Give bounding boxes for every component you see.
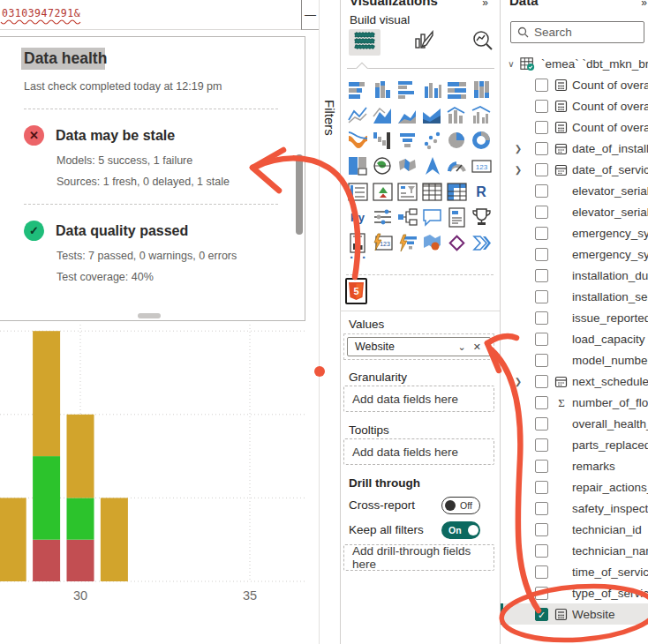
field-row[interactable]: installation_serv... (501, 286, 648, 307)
stacked-area-chart-icon[interactable] (395, 102, 419, 128)
field-checkbox[interactable] (535, 481, 548, 494)
field-row[interactable]: ❯date_of_installa... (501, 138, 648, 159)
search-box[interactable] (510, 21, 644, 43)
drill-through-dropzone[interactable]: Add drill-through fields here (343, 544, 494, 571)
card-vertical-scrollbar[interactable] (296, 154, 303, 235)
power-automate-icon[interactable] (469, 230, 494, 256)
keep-all-filters-toggle[interactable]: On (441, 521, 480, 539)
line-chart-icon[interactable] (345, 102, 370, 128)
key-influencers-icon[interactable] (370, 205, 395, 230)
field-row[interactable]: ❯next_scheduled... (501, 371, 648, 392)
field-checkbox[interactable] (535, 227, 548, 240)
field-row[interactable]: remarks (501, 455, 648, 476)
values-field-pill[interactable]: Website ⌄ ✕ (347, 337, 491, 356)
field-checkbox[interactable] (535, 184, 548, 198)
field-row[interactable]: model_number (501, 349, 648, 371)
chevron-right-icon[interactable]: ❯ (513, 144, 524, 154)
build-visual-tab[interactable] (349, 29, 381, 56)
field-row[interactable]: technician_id (501, 519, 648, 540)
field-checkbox[interactable] (535, 290, 548, 303)
field-checkbox[interactable] (535, 121, 548, 134)
more-visuals-button[interactable]: ··· (350, 250, 368, 265)
filled-map-icon[interactable] (395, 154, 419, 179)
field-checkbox[interactable] (535, 396, 548, 409)
data-table-row[interactable]: ∨`emea` `dbt_mkn_bron... (501, 53, 648, 74)
chevron-right-icon[interactable]: ❯ (513, 377, 524, 386)
values-well[interactable]: Website ⌄ ✕ (343, 333, 494, 360)
field-row[interactable]: overall_health_c... (501, 413, 648, 434)
kpi-icon[interactable] (370, 179, 395, 205)
multi-row-card-icon[interactable] (345, 179, 370, 205)
field-row[interactable]: Σnumber_of_floo... (501, 392, 648, 413)
python-visual-icon[interactable]: Py (345, 205, 370, 230)
metrics-icon[interactable] (469, 205, 494, 230)
arcgis-map-icon[interactable] (419, 230, 444, 256)
granularity-dropzone[interactable]: Add data fields here (343, 386, 494, 412)
pie-chart-icon[interactable] (444, 128, 469, 154)
treemap-icon[interactable] (345, 154, 370, 179)
field-row[interactable]: Count of overal... (501, 116, 648, 138)
field-row[interactable]: Count of overal... (501, 74, 648, 95)
100-stacked-column-chart-icon[interactable] (469, 77, 494, 102)
clustered-column-chart-icon[interactable] (419, 77, 444, 102)
field-checkbox[interactable] (535, 142, 548, 155)
field-row[interactable]: Count of overal... (501, 95, 648, 116)
chevron-right-icon[interactable]: ❯ (513, 165, 524, 175)
field-checkbox[interactable] (535, 587, 548, 600)
matrix-icon[interactable] (444, 179, 469, 205)
card-horizontal-scrollbar[interactable] (138, 313, 161, 318)
slicer-icon[interactable] (395, 179, 419, 205)
field-checkbox[interactable]: ✓ (535, 608, 548, 621)
field-checkbox[interactable] (535, 544, 548, 558)
clustered-bar-chart-icon[interactable] (395, 77, 419, 102)
field-checkbox[interactable] (535, 100, 548, 113)
field-row[interactable]: elevator_serial_... (501, 201, 648, 222)
field-checkbox[interactable] (535, 79, 548, 92)
funnel-chart-icon[interactable] (395, 128, 419, 154)
format-visual-tab[interactable] (408, 29, 440, 56)
ribbon-chart-icon[interactable] (345, 128, 370, 154)
area-chart-icon[interactable] (370, 102, 395, 128)
q-and-a-icon[interactable] (419, 205, 444, 230)
power-apps-icon[interactable] (444, 230, 469, 256)
field-row[interactable]: time_of_service (501, 561, 648, 582)
field-checkbox[interactable] (535, 502, 548, 515)
stacked-column-chart-visual[interactable]: 3035 (0, 322, 307, 613)
map-icon[interactable] (370, 154, 395, 179)
field-checkbox[interactable] (535, 206, 548, 219)
new-card-icon[interactable]: 123 (370, 230, 395, 256)
filters-pane-collapsed[interactable]: Filters (319, 0, 340, 644)
scatter-chart-icon[interactable] (419, 128, 444, 154)
field-checkbox[interactable] (535, 417, 548, 431)
card-icon[interactable]: 123 (469, 154, 494, 179)
table-icon[interactable] (419, 179, 444, 205)
field-row[interactable]: type_of_service (501, 582, 648, 603)
search-input[interactable] (534, 26, 622, 39)
field-checkbox[interactable] (535, 163, 548, 176)
field-row[interactable]: issue_reported (501, 307, 648, 328)
chevron-down-icon[interactable]: ⌄ (455, 341, 470, 353)
field-row[interactable]: parts_replaced (501, 434, 648, 455)
cross-report-toggle[interactable]: Off (441, 497, 480, 514)
field-checkbox[interactable] (535, 333, 548, 346)
html-content-visual-button[interactable]: 5 (345, 278, 367, 304)
stacked-column-chart-icon[interactable] (370, 77, 395, 102)
chevron-down-icon[interactable]: ∨ (506, 59, 516, 69)
100-stacked-area-chart-icon[interactable] (419, 102, 444, 128)
gauge-icon[interactable] (444, 154, 469, 179)
donut-chart-icon[interactable] (469, 128, 494, 154)
r-script-visual-icon[interactable]: R (469, 179, 494, 205)
tooltips-dropzone[interactable]: Add data fields here (343, 438, 494, 465)
waterfall-chart-icon[interactable] (370, 128, 395, 154)
field-checkbox[interactable] (535, 438, 548, 452)
field-row[interactable]: safety_inspectio... (501, 498, 648, 519)
field-row[interactable]: ❯date_of_service (501, 159, 648, 180)
line-and-clustered-column-chart-icon[interactable] (469, 102, 494, 128)
field-checkbox[interactable] (535, 460, 548, 473)
remove-field-icon[interactable]: ✕ (470, 341, 485, 353)
decomposition-tree-icon[interactable] (395, 205, 419, 230)
field-row[interactable]: elevator_serial_... (501, 180, 648, 201)
field-checkbox[interactable] (535, 375, 548, 388)
field-checkbox[interactable] (535, 565, 548, 579)
collapse-pane-icon[interactable]: » (641, 0, 646, 9)
